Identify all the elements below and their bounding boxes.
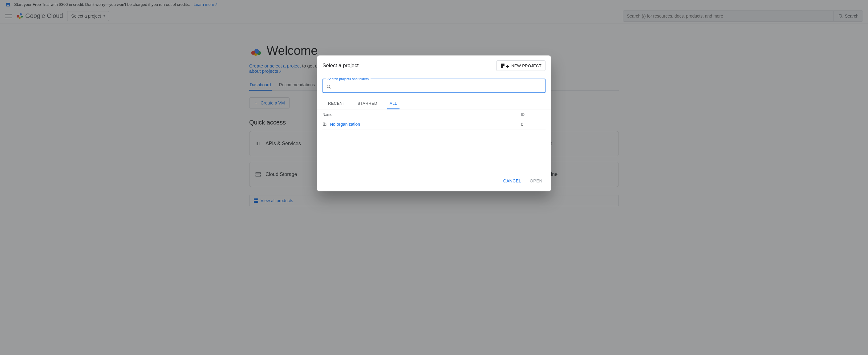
svg-point-8 xyxy=(327,85,330,88)
project-picker-dialog: Select a project NEW PROJECT Search proj… xyxy=(317,56,551,191)
dialog-search-legend: Search projects and folders xyxy=(326,77,371,81)
organization-icon xyxy=(322,122,327,126)
plus-icon xyxy=(506,65,509,68)
open-button[interactable]: OPEN xyxy=(527,176,546,186)
dialog-search: Search projects and folders xyxy=(322,77,546,93)
new-project-label: NEW PROJECT xyxy=(511,63,541,68)
tab-starred[interactable]: STARRED xyxy=(352,97,383,109)
column-name: Name xyxy=(322,113,521,117)
search-icon xyxy=(326,84,331,89)
dialog-search-input[interactable] xyxy=(334,84,542,89)
new-project-button[interactable]: NEW PROJECT xyxy=(496,60,546,71)
org-name-link[interactable]: No organization xyxy=(330,122,360,127)
dialog-actions: CANCEL OPEN xyxy=(317,171,551,191)
column-id: ID xyxy=(521,113,546,117)
cancel-button[interactable]: CANCEL xyxy=(500,176,525,186)
modal-scrim[interactable]: Select a project NEW PROJECT Search proj… xyxy=(0,0,868,355)
table-row[interactable]: No organization 0 xyxy=(322,119,546,129)
new-project-icon xyxy=(500,63,505,68)
dialog-title: Select a project xyxy=(322,63,493,69)
dialog-tabs: RECENT STARRED ALL xyxy=(317,97,551,109)
tab-all[interactable]: ALL xyxy=(384,97,403,109)
dialog-table: Name ID No organization 0 xyxy=(317,109,551,171)
org-id: 0 xyxy=(521,122,546,127)
tab-recent[interactable]: RECENT xyxy=(322,97,351,109)
